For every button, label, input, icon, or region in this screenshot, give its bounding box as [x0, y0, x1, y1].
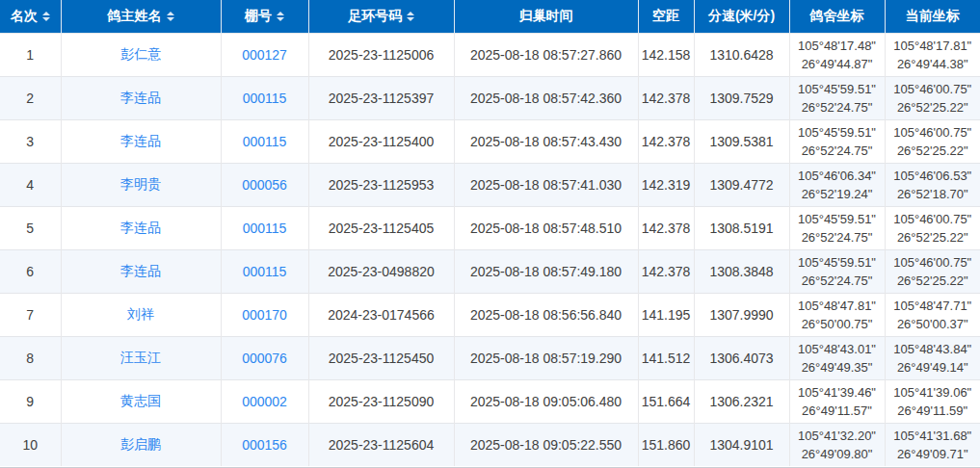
owner-link[interactable]: 刘祥	[127, 306, 154, 322]
loft-cell: 000115	[221, 250, 308, 294]
loft-number-link[interactable]: 000115	[243, 264, 287, 279]
coordinate-line: 26°52'25.22"	[887, 98, 979, 117]
current-coordinates-cell: 105°41'39.06"26°49'11.59"	[885, 380, 980, 424]
coordinate-line: 105°46'06.34"	[792, 167, 883, 185]
loft-coordinates-cell: 105°48'17.48"26°49'44.87"	[789, 34, 885, 77]
coordinate-line: 26°52'24.75"	[792, 142, 883, 160]
owner-link[interactable]: 李连品	[120, 133, 161, 148]
loft-number-link[interactable]: 000115	[243, 221, 287, 236]
speed-cell: 1308.5191	[694, 207, 789, 250]
column-header-label: 归巢时间	[519, 8, 573, 23]
rank-cell: 3	[0, 120, 61, 164]
column-header-label: 当前坐标	[906, 8, 960, 23]
coordinate-line: 26°52'18.70"	[887, 185, 979, 203]
sort-icon[interactable]	[277, 12, 284, 21]
rank-cell: 1	[0, 34, 61, 77]
coordinate-line: 26°49'44.87"	[792, 55, 883, 73]
loft-number-link[interactable]: 000056	[242, 177, 287, 193]
sort-icon[interactable]	[407, 12, 414, 21]
rank-cell: 9	[0, 380, 61, 424]
speed-cell: 1304.9101	[694, 424, 789, 467]
owner-link[interactable]: 彭启鹏	[120, 436, 161, 452]
owner-link[interactable]: 李连品	[120, 90, 161, 105]
owner-link[interactable]: 李连品	[120, 263, 161, 278]
homing-time-cell: 2025-08-18 08:57:19.290	[454, 337, 638, 380]
coordinate-line: 26°52'19.24"	[792, 185, 883, 203]
distance-cell: 142.378	[638, 120, 694, 164]
speed-cell: 1306.4073	[694, 337, 789, 380]
column-header-label: 棚号	[245, 8, 272, 23]
speed-cell: 1307.9990	[694, 294, 789, 337]
loft-cell: 000115	[221, 77, 308, 120]
speed-cell: 1306.2321	[694, 380, 789, 424]
coordinate-line: 105°46'00.75"	[887, 123, 979, 142]
loft-number-link[interactable]: 000156	[242, 437, 287, 453]
coordinate-line: 105°46'00.75"	[887, 253, 979, 272]
speed-cell: 1309.5381	[694, 120, 789, 164]
coordinate-line: 26°49'11.59"	[887, 402, 979, 420]
coordinate-line: 26°52'24.75"	[792, 272, 883, 290]
ring-number-cell: 2025-23-1125405	[308, 207, 454, 250]
loft-number-link[interactable]: 000076	[242, 351, 287, 366]
loft-coordinates-cell: 105°48'47.81"26°50'00.75"	[789, 294, 885, 337]
column-header-rank[interactable]: 名次	[0, 0, 61, 34]
coordinate-line: 105°45'59.51"	[792, 253, 883, 272]
owner-link[interactable]: 汪玉江	[120, 350, 161, 365]
loft-number-link[interactable]: 000002	[242, 394, 287, 409]
column-header-ring[interactable]: 足环号码	[308, 0, 454, 34]
owner-cell: 李连品	[61, 250, 221, 294]
coordinate-line: 105°41'39.46"	[792, 383, 883, 402]
rank-cell: 8	[0, 337, 61, 380]
distance-cell: 151.664	[638, 380, 694, 424]
loft-coordinates-cell: 105°45'59.51"26°52'24.75"	[789, 250, 885, 294]
current-coordinates-cell: 105°41'31.68"26°49'09.71"	[885, 424, 980, 467]
owner-cell: 汪玉江	[61, 337, 221, 380]
loft-number-link[interactable]: 000170	[242, 307, 287, 323]
loft-cell: 000156	[221, 424, 308, 467]
loft-number-link[interactable]: 000115	[243, 134, 287, 149]
owner-cell: 李连品	[61, 77, 221, 120]
loft-coordinates-cell: 105°45'59.51"26°52'24.75"	[789, 207, 885, 250]
owner-cell: 彭仁意	[61, 34, 221, 77]
coordinate-line: 26°49'49.14"	[887, 358, 979, 377]
loft-cell: 000115	[221, 207, 308, 250]
homing-time-cell: 2025-08-18 09:05:06.480	[454, 380, 638, 424]
loft-cell: 000127	[221, 34, 308, 77]
coordinate-line: 105°48'47.81"	[792, 297, 883, 315]
current-coordinates-cell: 105°46'06.53"26°52'18.70"	[885, 164, 980, 207]
rank-cell: 7	[0, 294, 61, 337]
loft-cell: 000056	[221, 164, 308, 207]
table-row: 2李连品0001152025-23-11253972025-08-18 08:5…	[0, 77, 980, 120]
coordinate-line: 105°48'17.81"	[887, 37, 979, 55]
coordinate-line: 105°45'59.51"	[792, 80, 883, 98]
loft-number-link[interactable]: 000115	[243, 91, 287, 106]
owner-link[interactable]: 李明贵	[120, 176, 161, 192]
homing-time-cell: 2025-08-18 08:57:27.860	[454, 34, 638, 77]
results-table-container: 名次鸽主姓名棚号足环号码归巢时间空距分速(米/分)鸽舍坐标当前坐标 1彭仁意00…	[0, 0, 980, 468]
current-coordinates-cell: 105°48'43.84"26°49'49.14"	[885, 337, 980, 380]
column-header-label: 空距	[652, 8, 679, 23]
sort-icon[interactable]	[167, 12, 174, 21]
coordinate-line: 105°48'43.01"	[792, 340, 883, 358]
sort-icon[interactable]	[42, 12, 50, 21]
table-row: 1彭仁意0001272025-23-11250062025-08-18 08:5…	[0, 34, 980, 77]
pigeon-results-table: 名次鸽主姓名棚号足环号码归巢时间空距分速(米/分)鸽舍坐标当前坐标 1彭仁意00…	[0, 0, 980, 466]
distance-cell: 142.378	[638, 207, 694, 250]
column-header-owner[interactable]: 鸽主姓名	[61, 0, 221, 34]
speed-cell: 1310.6428	[694, 34, 789, 77]
ring-number-cell: 2024-23-0174566	[308, 294, 454, 337]
coordinate-line: 26°49'09.71"	[887, 445, 979, 463]
owner-link[interactable]: 彭仁意	[120, 46, 161, 62]
ring-number-cell: 2025-23-1125006	[308, 34, 454, 77]
coordinate-line: 26°52'24.75"	[792, 98, 883, 117]
owner-link[interactable]: 黄志国	[120, 393, 161, 408]
owner-link[interactable]: 李连品	[120, 220, 161, 235]
loft-cell: 000115	[221, 120, 308, 164]
homing-time-cell: 2025-08-18 08:57:48.510	[454, 207, 638, 250]
rank-cell: 10	[0, 424, 61, 467]
column-header-loft[interactable]: 棚号	[221, 0, 308, 34]
coordinate-line: 105°48'17.48"	[792, 37, 883, 55]
loft-number-link[interactable]: 000127	[242, 47, 287, 63]
coordinate-line: 105°41'32.20"	[792, 427, 883, 445]
coordinate-line: 105°48'43.84"	[887, 340, 979, 358]
